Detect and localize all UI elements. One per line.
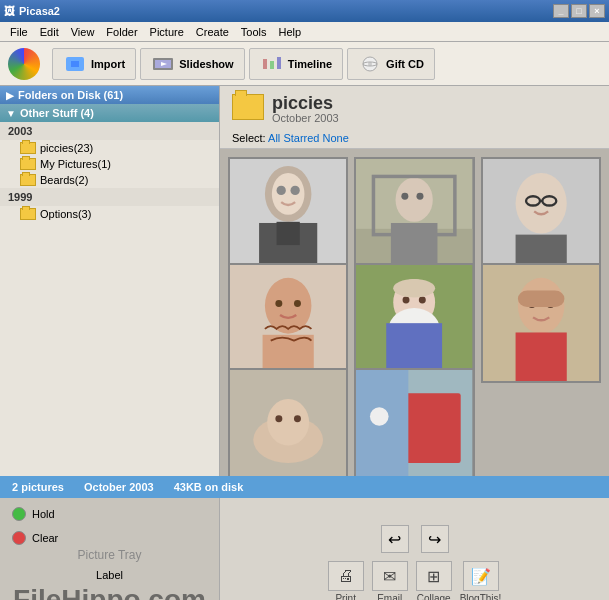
menu-file[interactable]: File bbox=[4, 24, 34, 40]
folders-on-disk-header[interactable]: ▶ Folders on Disk (61) bbox=[0, 86, 219, 104]
svg-point-40 bbox=[403, 296, 410, 303]
minimize-button[interactable]: _ bbox=[553, 4, 569, 18]
timeline-icon bbox=[260, 54, 284, 74]
svg-point-41 bbox=[419, 296, 426, 303]
photo-6[interactable] bbox=[481, 263, 601, 383]
svg-rect-48 bbox=[518, 290, 565, 306]
folder-options-icon bbox=[20, 208, 36, 220]
svg-rect-7 bbox=[277, 57, 281, 69]
hold-icon bbox=[12, 507, 26, 521]
svg-point-35 bbox=[294, 300, 301, 307]
svg-rect-45 bbox=[515, 332, 566, 381]
year-2003: 2003 bbox=[0, 122, 219, 140]
toolbar: Import Slideshow Timeline Gift CD bbox=[0, 42, 609, 86]
bottom-actions: ↩ ↪ 🖨 Print ✉ Email ⊞ Collage 📝 BlogThis… bbox=[220, 498, 609, 600]
svg-point-9 bbox=[368, 62, 372, 66]
rotate-left-button[interactable]: ↩ bbox=[381, 525, 409, 553]
svg-point-34 bbox=[275, 300, 282, 307]
svg-point-13 bbox=[272, 173, 305, 215]
giftcd-button[interactable]: Gift CD bbox=[347, 48, 435, 80]
folder-beards[interactable]: Beards (2) bbox=[0, 172, 219, 188]
collage-button[interactable]: ⊞ Collage bbox=[416, 561, 452, 600]
photo-1[interactable] bbox=[228, 157, 348, 277]
svg-point-53 bbox=[294, 416, 301, 423]
svg-point-26 bbox=[515, 173, 566, 233]
menu-edit[interactable]: Edit bbox=[34, 24, 65, 40]
svg-rect-55 bbox=[403, 394, 461, 464]
menu-view[interactable]: View bbox=[65, 24, 101, 40]
print-icon: 🖨 bbox=[328, 561, 364, 591]
spin-controls: ↩ ↪ bbox=[381, 525, 449, 553]
status-pictures: 2 pictures bbox=[12, 481, 64, 493]
label-button[interactable]: Label bbox=[88, 566, 131, 584]
picasa-logo bbox=[8, 48, 40, 80]
filehippo-branding: FileHippo.com bbox=[13, 584, 206, 600]
app-icon: 🖼 bbox=[4, 5, 15, 17]
giftcd-icon bbox=[358, 54, 382, 74]
folder-options[interactable]: Options (3) bbox=[0, 206, 219, 222]
photo-3[interactable] bbox=[481, 157, 601, 277]
picture-tray: Hold Clear Picture Tray Label FileHippo.… bbox=[0, 498, 220, 600]
status-size: 43KB on disk bbox=[174, 481, 244, 493]
content-folder-icon bbox=[232, 94, 264, 120]
content-folder-name: piccies bbox=[272, 94, 339, 112]
blogthis-button[interactable]: 📝 BlogThis! bbox=[460, 561, 502, 600]
folder-piccies-icon bbox=[20, 142, 36, 154]
hold-button[interactable]: Hold bbox=[4, 504, 215, 524]
maximize-button[interactable]: □ bbox=[571, 4, 587, 18]
email-icon: ✉ bbox=[372, 561, 408, 591]
select-none-link[interactable]: None bbox=[323, 132, 349, 144]
svg-rect-6 bbox=[270, 61, 274, 69]
close-button[interactable]: × bbox=[589, 4, 605, 18]
title-bar: 🖼 Picasa2 _ □ × bbox=[0, 0, 609, 22]
print-button[interactable]: 🖨 Print bbox=[328, 561, 364, 600]
clear-icon bbox=[12, 531, 26, 545]
blogthis-icon: 📝 bbox=[463, 561, 499, 591]
folder-my-pictures[interactable]: My Pictures (1) bbox=[0, 156, 219, 172]
slideshow-button[interactable]: Slideshow bbox=[140, 48, 244, 80]
photo-7[interactable] bbox=[228, 368, 348, 476]
svg-rect-1 bbox=[71, 61, 79, 67]
email-button[interactable]: ✉ Email bbox=[372, 561, 408, 600]
content-folder-date: October 2003 bbox=[272, 112, 339, 124]
clear-button[interactable]: Clear bbox=[4, 528, 215, 548]
menu-bar: File Edit View Folder Picture Create Too… bbox=[0, 22, 609, 42]
photo-4[interactable] bbox=[228, 263, 348, 383]
menu-help[interactable]: Help bbox=[273, 24, 308, 40]
import-icon bbox=[63, 54, 87, 74]
svg-point-57 bbox=[370, 408, 389, 427]
svg-point-20 bbox=[396, 178, 433, 222]
photo-8[interactable] bbox=[354, 368, 474, 476]
folder-mypictures-icon bbox=[20, 158, 36, 170]
window-controls: _ □ × bbox=[553, 4, 605, 18]
select-all-link[interactable]: All bbox=[268, 132, 280, 144]
content-area: piccies October 2003 Select: All Starred… bbox=[220, 86, 609, 476]
select-starred-link[interactable]: Starred bbox=[283, 132, 319, 144]
menu-create[interactable]: Create bbox=[190, 24, 235, 40]
tray-controls: Hold Clear bbox=[4, 504, 215, 548]
photo-2[interactable] bbox=[354, 157, 474, 277]
svg-point-42 bbox=[394, 279, 436, 298]
import-button[interactable]: Import bbox=[52, 48, 136, 80]
slideshow-icon bbox=[151, 54, 175, 74]
select-label: Select: bbox=[232, 132, 266, 144]
svg-point-24 bbox=[417, 193, 424, 200]
other-arrow-icon: ▼ bbox=[6, 108, 16, 119]
other-stuff-header[interactable]: ▼ Other Stuff (4) bbox=[0, 104, 219, 122]
menu-folder[interactable]: Folder bbox=[100, 24, 143, 40]
menu-tools[interactable]: Tools bbox=[235, 24, 273, 40]
folder-beards-icon bbox=[20, 174, 36, 186]
rotate-right-button[interactable]: ↪ bbox=[421, 525, 449, 553]
photo-5[interactable] bbox=[354, 263, 474, 383]
svg-point-16 bbox=[277, 186, 286, 195]
main-area: ▶ Folders on Disk (61) ▼ Other Stuff (4)… bbox=[0, 86, 609, 476]
folder-piccies[interactable]: piccies (23) bbox=[0, 140, 219, 156]
svg-point-51 bbox=[267, 399, 309, 446]
svg-rect-15 bbox=[277, 222, 300, 245]
bottom-panel: Hold Clear Picture Tray Label FileHippo.… bbox=[0, 498, 609, 600]
content-header: piccies October 2003 bbox=[220, 86, 609, 128]
menu-picture[interactable]: Picture bbox=[144, 24, 190, 40]
year-1999: 1999 bbox=[0, 188, 219, 206]
timeline-button[interactable]: Timeline bbox=[249, 48, 343, 80]
status-date: October 2003 bbox=[84, 481, 154, 493]
